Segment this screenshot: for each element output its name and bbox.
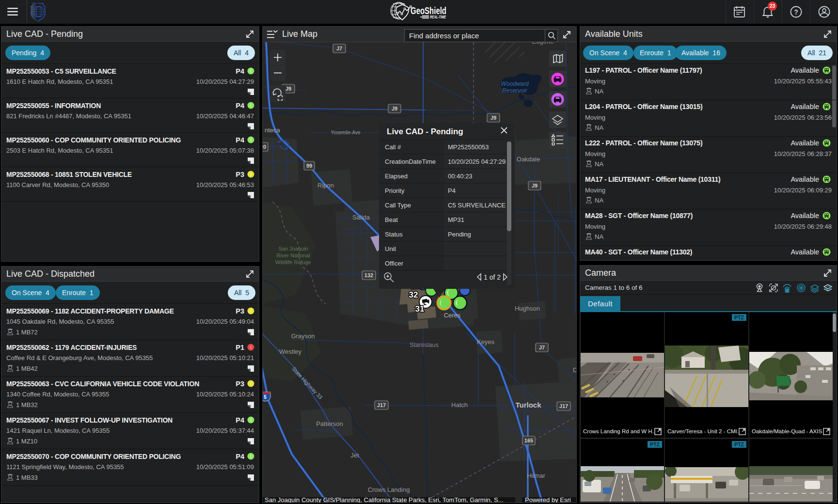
svg-text:J9: J9	[532, 183, 538, 189]
svg-text:Status: Status	[385, 231, 403, 238]
svg-text:Stanislaus: Stanislaus	[410, 341, 439, 348]
svg-text:River National: River National	[276, 252, 310, 258]
svg-text:Westley: Westley	[279, 348, 301, 355]
svg-text:J7: J7	[539, 345, 545, 350]
svg-text:Hilmar: Hilmar	[527, 472, 545, 479]
svg-text:San Joaquin County GIS/Plannin: San Joaquin County GIS/Planning, Califor…	[265, 496, 504, 503]
svg-text:REAL-TIME: REAL-TIME	[430, 14, 446, 19]
svg-text:Jet: Jet	[350, 452, 359, 459]
svg-text:Call Type: Call Type	[385, 202, 411, 209]
svg-text:Grayson: Grayson	[291, 332, 315, 340]
svg-text:J17: J17	[377, 402, 386, 408]
svg-text:10/20/2025 04:27:29: 10/20/2025 04:27:29	[448, 158, 506, 165]
svg-text:MP252550053: MP252550053	[448, 143, 489, 151]
svg-text:Ceres: Ceres	[444, 312, 461, 319]
svg-text:Hughson: Hughson	[515, 305, 540, 312]
svg-text:31: 31	[415, 304, 425, 314]
svg-text:San Joaquin: San Joaquin	[278, 246, 308, 252]
svg-text:?: ?	[794, 8, 798, 16]
svg-text:Yosemite-Ave: Yosemite-Ave	[331, 130, 361, 135]
svg-text:20: 20	[263, 144, 266, 150]
svg-text:99: 99	[306, 163, 312, 169]
svg-text:Priority: Priority	[385, 187, 405, 194]
svg-text:Hatch: Hatch	[451, 401, 468, 409]
svg-text:Wildlife Refuge: Wildlife Refuge	[275, 259, 311, 265]
svg-text:Eugene: Eugene	[532, 42, 554, 45]
svg-text:J17: J17	[559, 403, 568, 409]
svg-text:32: 32	[409, 290, 418, 299]
svg-text:Officer: Officer	[385, 260, 404, 267]
svg-text:nteca: nteca	[265, 126, 281, 134]
svg-text:J9: J9	[392, 106, 397, 111]
svg-text:Oakdale: Oakdale	[517, 156, 540, 163]
svg-text:De: De	[573, 366, 576, 374]
svg-text:J7: J7	[336, 46, 342, 51]
svg-text:Call #: Call #	[385, 143, 401, 151]
svg-text:165: 165	[524, 438, 533, 443]
svg-text:CreationDateTime: CreationDateTime	[385, 158, 436, 165]
svg-text:P4: P4	[448, 187, 456, 194]
svg-text:Turlock: Turlock	[515, 401, 541, 409]
svg-text:MP31: MP31	[448, 216, 464, 223]
svg-text:Powered by Esri: Powered by Esri	[525, 496, 571, 503]
svg-text:Pending: Pending	[448, 231, 471, 238]
svg-text:Elapsed: Elapsed	[385, 173, 408, 180]
svg-text:C5 SURVEILLANCE: C5 SURVEILLANCE	[448, 202, 506, 209]
svg-text:Keyes: Keyes	[477, 338, 495, 346]
svg-text:Patterson: Patterson	[316, 420, 343, 427]
svg-text:Reservoir: Reservoir	[502, 87, 527, 94]
svg-text:Salida: Salida	[352, 214, 370, 221]
svg-text:Crows Landing: Crows Landing	[368, 486, 410, 493]
svg-text:5: 5	[264, 394, 267, 400]
svg-text:Ripon: Ripon	[317, 182, 334, 189]
svg-text:J9: J9	[285, 86, 291, 92]
svg-text:Beat: Beat	[385, 216, 398, 223]
svg-text:1 of 2: 1 of 2	[484, 273, 501, 281]
svg-text:J9: J9	[490, 115, 496, 121]
svg-text:00:40:23: 00:40:23	[448, 173, 473, 180]
svg-text:Woodward: Woodward	[501, 80, 529, 87]
svg-text:Live CAD - Pending: Live CAD - Pending	[387, 127, 463, 136]
svg-text:132: 132	[364, 272, 373, 278]
svg-text:Unit: Unit	[385, 245, 396, 252]
